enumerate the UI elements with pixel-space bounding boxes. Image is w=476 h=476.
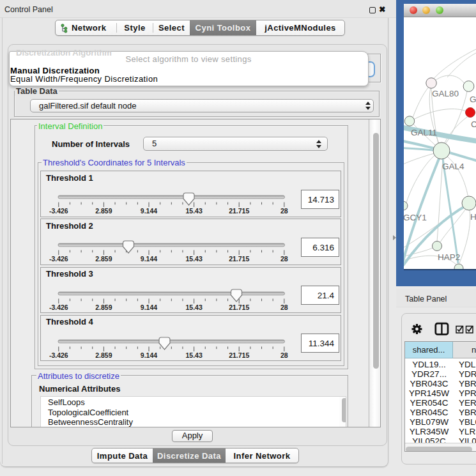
svg-text:C: C <box>471 119 476 129</box>
svg-text:28: 28 <box>280 303 288 311</box>
svg-text:HAP2: HAP2 <box>438 252 460 262</box>
svg-text:28: 28 <box>280 351 288 359</box>
svg-text:28: 28 <box>280 207 288 215</box>
svg-text:9.144: 9.144 <box>141 255 157 263</box>
svg-text:2.859: 2.859 <box>95 303 112 311</box>
svg-text:GAL4: GAL4 <box>442 162 464 171</box>
svg-text:9.144: 9.144 <box>141 303 157 311</box>
svg-text:21.715: 21.715 <box>229 207 249 215</box>
svg-text:21.715: 21.715 <box>229 303 249 311</box>
svg-text:-3.426: -3.426 <box>49 303 68 311</box>
svg-text:2.859: 2.859 <box>95 207 112 215</box>
svg-text:28: 28 <box>280 255 288 263</box>
svg-text:21.715: 21.715 <box>229 255 249 263</box>
svg-text:-3.426: -3.426 <box>49 207 68 215</box>
svg-text:9.144: 9.144 <box>141 207 157 215</box>
svg-text:GCY1: GCY1 <box>404 213 427 222</box>
svg-text:21.715: 21.715 <box>229 351 249 359</box>
svg-text:GAL11: GAL11 <box>411 128 437 137</box>
svg-text:2.859: 2.859 <box>95 255 112 263</box>
svg-text:-3.426: -3.426 <box>49 351 68 359</box>
svg-text:15.43: 15.43 <box>185 303 202 311</box>
svg-text:15.43: 15.43 <box>185 207 202 215</box>
svg-text:15.43: 15.43 <box>185 351 202 359</box>
svg-text:2.859: 2.859 <box>95 351 112 359</box>
svg-text:9.144: 9.144 <box>141 351 157 359</box>
svg-text:15.43: 15.43 <box>185 255 202 263</box>
svg-text:GA: GA <box>470 95 476 104</box>
svg-text:H: H <box>470 212 476 222</box>
svg-text:-3.426: -3.426 <box>49 255 68 263</box>
svg-text:GAL80: GAL80 <box>432 89 459 98</box>
